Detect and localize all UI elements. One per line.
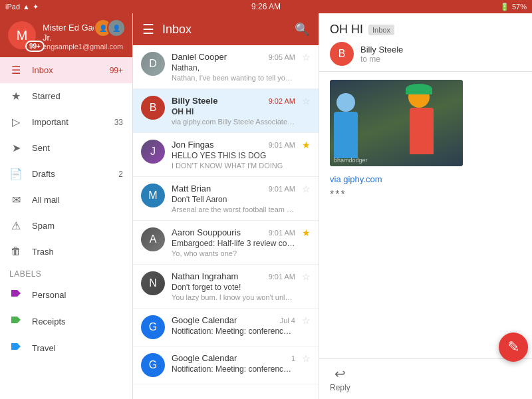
- trash-icon: 🗑: [9, 245, 23, 257]
- email-preview: I DON'T KNOW WHAT I'M DOING: [172, 162, 295, 170]
- image-watermark: bhamdodger: [334, 157, 368, 164]
- email-avatar: G: [141, 315, 165, 339]
- email-list: ☰ Inbox 🔍 DDaniel Cooper9:05 AMNathan,Na…: [133, 13, 319, 399]
- email-star[interactable]: ☆: [302, 96, 311, 106]
- email-star[interactable]: ☆: [302, 353, 311, 364]
- search-icon[interactable]: 🔍: [295, 22, 309, 37]
- email-subject: OH HI: [172, 107, 295, 116]
- detail-from-row: B Billy Steele to me: [330, 42, 521, 66]
- nav-label-allmail: All mail: [32, 195, 123, 205]
- sender-name: Billy Steele: [360, 45, 403, 55]
- detail-header: OH HI Inbox B Billy Steele to me: [319, 13, 532, 72]
- labels-header: Labels: [0, 264, 132, 281]
- email-avatar: G: [141, 353, 165, 377]
- email-content: Google Calendar1Notification: Meeting: c…: [172, 353, 295, 375]
- email-sender: Daniel Cooper: [172, 52, 265, 62]
- sidebar: M 99+ Mister Ed Gadgeteer, Jr. engsample…: [0, 13, 133, 399]
- email-content: Jon Fingas9:01 AMHELLO YES THIS IS DOGI …: [172, 140, 295, 170]
- travel-label-icon: [9, 341, 23, 354]
- email-sender: Nathan Ingraham: [172, 271, 265, 281]
- email-time: 9:05 AM: [269, 53, 295, 61]
- label-text-travel: Travel: [32, 343, 123, 353]
- account-avatars[interactable]: 👤 👤: [94, 19, 126, 37]
- email-time: Jul 4: [280, 317, 295, 325]
- sent-icon: ➤: [9, 142, 23, 154]
- sidebar-item-drafts[interactable]: 📄Drafts2: [0, 161, 132, 187]
- sidebar-item-sent[interactable]: ➤Sent: [0, 135, 132, 161]
- email-star[interactable]: ★: [302, 140, 311, 150]
- menu-icon[interactable]: ☰: [142, 21, 154, 37]
- email-subject: Notification: Meeting: conference ro...: [172, 327, 295, 336]
- email-star[interactable]: ☆: [302, 184, 311, 194]
- giphy-link[interactable]: via giphy.com: [330, 174, 382, 184]
- email-image: bhamdodger: [330, 80, 463, 166]
- email-content: Aaron Souppouris9:01 AMEmbargoed: Half-l…: [172, 227, 295, 257]
- email-avatar: A: [141, 227, 165, 251]
- account-avatar-2[interactable]: 👤: [107, 19, 126, 37]
- email-item[interactable]: JJon Fingas9:01 AMHELLO YES THIS IS DOGI…: [133, 133, 319, 177]
- email-subject: Nathan,: [172, 63, 295, 72]
- email-item[interactable]: GGoogle Calendar1Notification: Meeting: …: [133, 346, 319, 384]
- ipad-label: iPad: [5, 3, 20, 11]
- label-text-personal: Personal: [32, 290, 123, 300]
- sidebar-item-trash[interactable]: 🗑Trash: [0, 239, 132, 264]
- email-star[interactable]: ★: [302, 227, 311, 238]
- detail-subject-row: OH HI Inbox: [330, 23, 521, 37]
- email-subject: HELLO YES THIS IS DOG: [172, 151, 295, 160]
- email-star[interactable]: ☆: [302, 52, 311, 63]
- sidebar-item-important[interactable]: ▷Important33: [0, 109, 132, 135]
- email-item[interactable]: MMatt Brian9:01 AMDon't Tell AaronArsena…: [133, 177, 319, 221]
- inbox-badge: Inbox: [368, 25, 394, 35]
- nav-label-starred: Starred: [32, 91, 123, 101]
- email-item[interactable]: AAaron Souppouris9:01 AMEmbargoed: Half-…: [133, 221, 319, 265]
- email-avatar: M: [141, 184, 165, 207]
- email-star[interactable]: ☆: [302, 271, 311, 282]
- email-sender: Aaron Souppouris: [172, 227, 265, 237]
- inbox-title: Inbox: [162, 23, 287, 37]
- email-time: 9:01 AM: [269, 141, 295, 149]
- email-item[interactable]: BBilly Steele9:02 AMOH HIvia giphy.com B…: [133, 89, 319, 133]
- email-item[interactable]: GGoogle CalendarJul 4Notification: Meeti…: [133, 309, 319, 346]
- sidebar-item-spam[interactable]: ⚠Spam: [0, 213, 132, 239]
- email-content: Google CalendarJul 4Notification: Meetin…: [172, 315, 295, 337]
- sidebar-item-inbox[interactable]: ☰Inbox99+: [0, 57, 132, 83]
- label-item-travel[interactable]: Travel: [0, 334, 132, 361]
- status-right: 🔋 57%: [500, 3, 527, 11]
- email-preview: Arsenal are the worst football team I've…: [172, 205, 295, 213]
- detail-footer: ↩ Reply: [319, 358, 532, 399]
- email-avatar: D: [141, 52, 165, 76]
- reply-button[interactable]: ↩ Reply: [330, 366, 350, 392]
- nav-label-sent: Sent: [32, 143, 123, 153]
- email-item[interactable]: NNathan Ingraham9:01 AMDon't forget to v…: [133, 265, 319, 309]
- email-subject: Don't forget to vote!: [172, 283, 295, 292]
- label-item-personal[interactable]: Personal: [0, 281, 132, 308]
- bluetooth-icon: ✦: [33, 3, 39, 11]
- email-preview: You lazy bum. I know you won't unless...: [172, 293, 295, 301]
- status-time: 9:26 AM: [251, 2, 281, 11]
- sidebar-item-allmail[interactable]: ✉All mail: [0, 187, 132, 213]
- sidebar-nav: ☰Inbox99+★Starred▷Important33➤Sent📄Draft…: [0, 57, 132, 399]
- email-subject: Notification: Meeting: conference r...: [172, 364, 295, 374]
- email-star[interactable]: ☆: [302, 315, 311, 326]
- status-left: iPad ▲ ✦: [5, 3, 39, 11]
- email-item[interactable]: DDaniel Cooper9:05 AMNathan,Nathan, I've…: [133, 45, 319, 89]
- sidebar-header: M 99+ Mister Ed Gadgeteer, Jr. engsample…: [0, 13, 132, 57]
- email-preview: via giphy.com Billy Steele Associate Edi…: [172, 118, 295, 126]
- sender-avatar-letter: B: [338, 48, 346, 60]
- sender-info: Billy Steele to me: [360, 45, 403, 64]
- email-content: Billy Steele9:02 AMOH HIvia giphy.com Bi…: [172, 96, 295, 126]
- starred-icon: ★: [9, 90, 23, 102]
- wifi-icon: ▲: [23, 3, 30, 11]
- email-content: Daniel Cooper9:05 AMNathan,Nathan, I've …: [172, 52, 295, 82]
- label-item-receipts[interactable]: Receipts: [0, 308, 132, 334]
- important-icon: ▷: [9, 116, 23, 128]
- email-list-header: ☰ Inbox 🔍: [133, 13, 319, 45]
- sender-avatar: B: [330, 42, 354, 66]
- email-items: DDaniel Cooper9:05 AMNathan,Nathan, I've…: [133, 45, 319, 399]
- sidebar-item-starred[interactable]: ★Starred: [0, 83, 132, 109]
- email-avatar: J: [141, 140, 165, 164]
- avatar-letter: M: [17, 28, 28, 43]
- email-subject: Embargoed: Half-life 3 review codes: [172, 239, 295, 248]
- email-sender: Google Calendar: [172, 353, 287, 363]
- battery-icon: 🔋: [500, 3, 509, 11]
